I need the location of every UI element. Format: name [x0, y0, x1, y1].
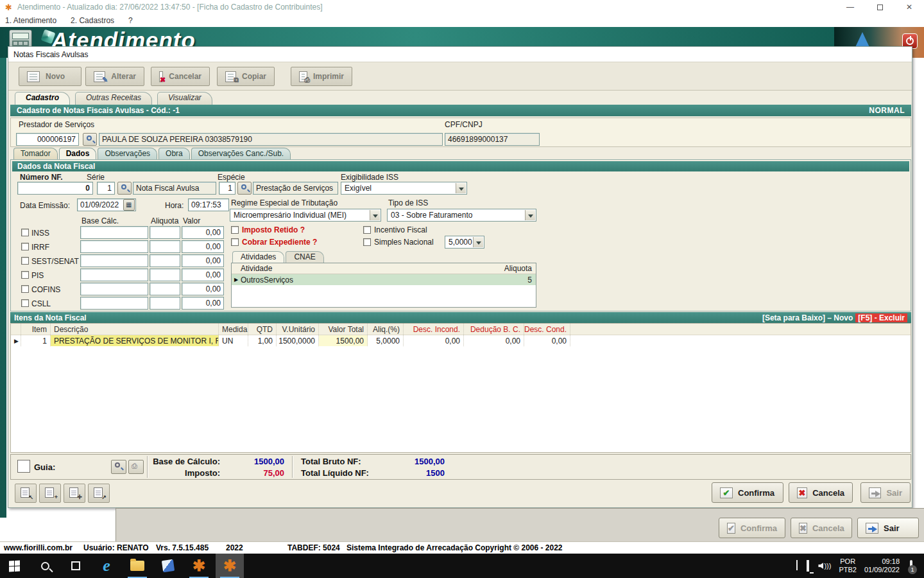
cofins-valor-input[interactable]: 0,00: [182, 283, 224, 295]
nav-button-prev[interactable]: +: [39, 484, 61, 503]
menu-atendimento[interactable]: 1. Atendimento: [5, 16, 56, 25]
sest-checkbox[interactable]: [21, 257, 29, 265]
sest-aliquota-input[interactable]: [150, 254, 180, 267]
incentivo-checkbox[interactable]: [363, 226, 371, 234]
network-button[interactable]: [807, 561, 809, 570]
inss-aliquota-input[interactable]: [150, 226, 180, 239]
tab-atividades[interactable]: Atividades: [232, 251, 284, 263]
volume-button[interactable]: ))): [818, 562, 831, 570]
csll-checkbox[interactable]: [21, 299, 29, 307]
tab-obra[interactable]: Obra: [158, 148, 190, 159]
outer-sair-button[interactable]: Sair: [857, 518, 919, 538]
internet-explorer-button[interactable]: e: [92, 554, 121, 578]
incentivo-label: Incentivo Fiscal: [374, 225, 427, 234]
sair-button[interactable]: Sair: [860, 482, 911, 503]
sest-valor-input[interactable]: 0,00: [182, 254, 224, 267]
pis-checkbox[interactable]: [21, 271, 29, 279]
tab-dados[interactable]: Dados: [59, 148, 97, 159]
tab-tomador[interactable]: Tomador: [13, 148, 58, 159]
guia-print-button[interactable]: ⎙: [128, 460, 144, 474]
tab-cnae[interactable]: CNAE: [286, 251, 323, 263]
clock[interactable]: 09:18 01/09/2022: [864, 557, 900, 574]
menu-cadastros[interactable]: 2. Cadastros: [71, 16, 114, 25]
language-indicator[interactable]: POR PTB2: [839, 557, 857, 574]
search-icon: [87, 136, 92, 141]
fiorilli-app-button[interactable]: ✱: [185, 554, 213, 578]
pis-valor-input[interactable]: 0,00: [182, 268, 224, 281]
calendar-icon: ▦: [126, 201, 132, 208]
serie-input[interactable]: 1: [97, 182, 115, 195]
atividade-row[interactable]: ▶ OutrosServiços 5: [232, 274, 536, 285]
csll-aliquota-input[interactable]: [150, 297, 180, 310]
nav-button-next[interactable]: ✛: [64, 484, 85, 503]
notification-button[interactable]: 1: [910, 561, 912, 570]
confirma-button[interactable]: ✔ Confirma: [712, 482, 783, 503]
especie-desc-field: Prestação de Serviços: [253, 182, 338, 195]
item-row[interactable]: ▶ 1 PRESTAÇÃO DE SERVIÇOS DE MONITOR I, …: [11, 335, 911, 346]
imposto-retido-checkbox[interactable]: [231, 226, 239, 234]
serie-search-button[interactable]: [117, 182, 132, 195]
file-explorer-button[interactable]: [123, 554, 151, 578]
menu-help[interactable]: ?: [128, 16, 133, 25]
especie-search-button[interactable]: [237, 182, 252, 195]
simples-valor-select[interactable]: 5,0000: [445, 236, 484, 249]
guia-refresh-button[interactable]: [111, 460, 126, 474]
inss-valor-input[interactable]: 0,00: [182, 226, 224, 239]
prestador-code-input[interactable]: 000006197: [16, 133, 79, 146]
simples-checkbox[interactable]: [363, 238, 371, 246]
app-button-blue[interactable]: [154, 554, 182, 578]
numero-input[interactable]: 0: [17, 182, 93, 195]
tab-observacoes-canc[interactable]: Observações Canc./Sub.: [191, 148, 291, 159]
tipo-iss-select[interactable]: 03 - Sobre Faturamento: [387, 209, 536, 222]
csll-valor-input[interactable]: 0,00: [182, 297, 224, 310]
exigibilidade-select[interactable]: Exigível: [341, 182, 467, 195]
task-view-button[interactable]: [62, 554, 90, 578]
restore-button[interactable]: [865, 0, 894, 14]
irrf-checkbox[interactable]: [21, 243, 29, 250]
col-desc-cond: Desc. Cond.: [524, 324, 570, 335]
cobrar-expediente-checkbox[interactable]: [231, 238, 239, 246]
copiar-button[interactable]: ⧉ Copiar: [217, 67, 275, 86]
cancelar-button[interactable]: ✖ Cancelar: [151, 67, 210, 86]
prestador-search-button[interactable]: [83, 133, 97, 146]
alterar-button[interactable]: ✎ Alterar: [85, 67, 144, 86]
minimize-button[interactable]: —: [835, 0, 865, 14]
cpf-field: 46691899000137: [445, 133, 540, 146]
especie-input[interactable]: 1: [219, 182, 235, 195]
calendar-button[interactable]: ▦: [123, 199, 135, 211]
tray-chevron-button[interactable]: [796, 561, 798, 570]
irrf-aliquota-input[interactable]: [150, 240, 180, 253]
nav-button-first[interactable]: ↖: [15, 484, 37, 503]
pis-aliquota-input[interactable]: [150, 268, 180, 281]
cofins-aliquota-input[interactable]: [150, 283, 180, 295]
tab-visualizar[interactable]: Visualizar: [157, 92, 212, 105]
nav-button-last[interactable]: ↗: [88, 484, 110, 503]
cancela-label: Cancela: [812, 488, 844, 498]
tab-cadastro[interactable]: Cadastro: [15, 92, 70, 105]
taskbar-search-button[interactable]: [31, 554, 59, 578]
status-usuario: Usuário: RENATO: [83, 543, 149, 552]
cofins-base-input[interactable]: [80, 283, 148, 295]
fiorilli-app-button-active[interactable]: ✱: [216, 554, 244, 578]
novo-button[interactable]: Novo: [19, 67, 81, 86]
pis-base-input[interactable]: [80, 268, 148, 281]
outer-confirma-button[interactable]: ✔ Confirma: [719, 518, 785, 538]
regime-select[interactable]: Microempresário Individual (MEI): [230, 209, 381, 222]
irrf-base-input[interactable]: [80, 240, 148, 253]
imprimir-button[interactable]: ⎙ Imprimir: [291, 67, 352, 86]
irrf-valor-input[interactable]: 0,00: [182, 240, 224, 253]
close-button[interactable]: ✕: [894, 0, 924, 14]
hora-input[interactable]: 09:17:53: [188, 198, 229, 211]
inss-base-input[interactable]: [80, 226, 148, 239]
cancela-button[interactable]: ✖ Cancela: [789, 482, 853, 503]
sest-base-input[interactable]: [80, 254, 148, 267]
tab-outras-receitas[interactable]: Outras Receitas: [75, 92, 152, 105]
status-site[interactable]: www.fiorilli.com.br: [4, 543, 73, 552]
outer-cancela-button[interactable]: ✖ Cancela: [791, 518, 852, 538]
tab-observacoes[interactable]: Observações: [98, 148, 157, 159]
csll-base-input[interactable]: [80, 297, 148, 310]
cofins-checkbox[interactable]: [21, 285, 29, 293]
start-button[interactable]: [0, 554, 28, 578]
guia-checkbox[interactable]: [17, 460, 30, 473]
inss-checkbox[interactable]: [21, 229, 29, 236]
